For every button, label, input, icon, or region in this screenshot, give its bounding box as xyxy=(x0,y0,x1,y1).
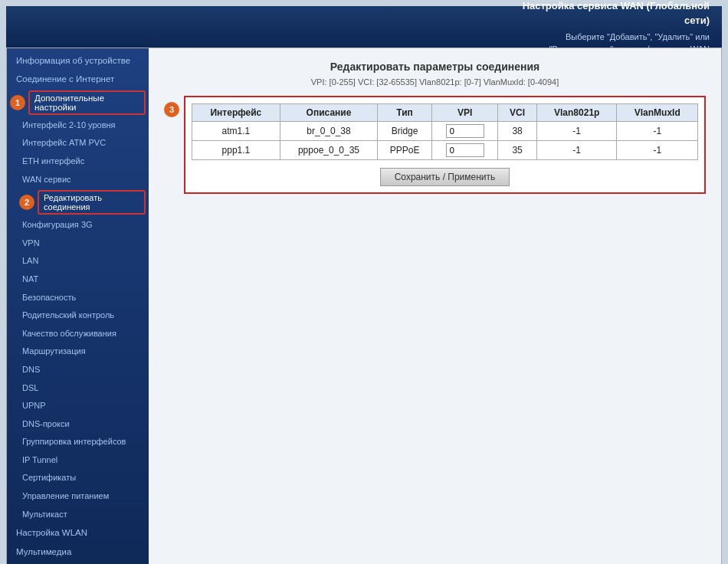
sidebar-item-interface-group[interactable]: Группировка интерфейсов xyxy=(7,433,149,451)
sidebar-item-ip-tunnel[interactable]: IP Tunnel xyxy=(7,451,149,470)
page-subtitle: VPI: [0-255] VCI: [32-65535] Vlan8021p: … xyxy=(164,77,706,87)
col-vlan8021p: Vlan8021p xyxy=(536,104,617,122)
header-title: Настройка сервиса WAN (Глобальной xyxy=(523,0,710,13)
sidebar-item-advanced[interactable]: Дополнительные настройки xyxy=(28,90,146,115)
table-container: Интерфейс Описание Тип VPI VCI Vlan8021p… xyxy=(184,96,706,194)
col-vci: VCI xyxy=(498,104,537,122)
sidebar-item-multimedia[interactable]: Мультимедиа xyxy=(7,543,149,561)
row1-vlanmuxid: -1 xyxy=(617,122,698,141)
sidebar-item-power[interactable]: Управление питанием xyxy=(7,487,149,506)
row1-description: br_0_0_38 xyxy=(280,122,377,141)
sidebar-item-upnp[interactable]: UPNP xyxy=(7,397,149,415)
sidebar-item-parental[interactable]: Родительский контроль xyxy=(7,307,149,325)
col-description: Описание xyxy=(280,104,377,122)
sidebar-item-qos[interactable]: Качество обслуживания xyxy=(7,325,149,343)
sidebar-item-security[interactable]: Безопасность xyxy=(7,289,149,307)
badge-3: 3 xyxy=(164,102,179,117)
sidebar-item-eth[interactable]: ЕТН интерфейс xyxy=(7,152,149,171)
col-vpi: VPI xyxy=(432,104,498,122)
header-bar: Настройка сервиса WAN (Глобальной сети) … xyxy=(6,6,722,48)
sidebar-item-wlan[interactable]: Настройка WLAN xyxy=(7,523,149,542)
sidebar-item-certs[interactable]: Сертификаты xyxy=(7,469,149,487)
sidebar-item-wan-service[interactable]: WAN сервис xyxy=(7,171,149,189)
row1-vpi-input[interactable] xyxy=(446,124,484,138)
sidebar-item-dsl[interactable]: DSL xyxy=(7,379,149,398)
row2-vpi-input[interactable] xyxy=(446,143,484,157)
sidebar-item-diagnostics[interactable]: Диагностика xyxy=(7,561,149,564)
save-button[interactable]: Сохранить / Применить xyxy=(380,168,510,186)
sidebar-item-dns-proxy[interactable]: DNS-прокси xyxy=(7,415,149,434)
row1-interface: atm1.1 xyxy=(192,122,280,141)
header-title2: сети) xyxy=(523,13,710,28)
row2-description: pppoe_0_0_35 xyxy=(280,141,377,160)
sidebar-item-3g[interactable]: Конфигурация 3G xyxy=(7,216,149,234)
sidebar-item-routing[interactable]: Маршрутизация xyxy=(7,343,149,361)
table-row: atm1.1 br_0_0_38 Bridge 38 -1 -1 xyxy=(192,122,698,141)
badge-2: 2 xyxy=(19,195,34,210)
row2-vpi[interactable] xyxy=(432,141,498,160)
row1-vci: 38 xyxy=(498,122,537,141)
sidebar-item-lan[interactable]: LAN xyxy=(7,252,149,271)
row2-type: PPPoE xyxy=(378,141,432,160)
row2-vci: 35 xyxy=(498,141,537,160)
table-row: ppp1.1 pppoe_0_0_35 PPPoE 35 -1 -1 xyxy=(192,141,698,160)
row1-vlan8021p: -1 xyxy=(536,122,617,141)
col-vlanmuxid: VlanMuxId xyxy=(617,104,698,122)
row2-vlan8021p: -1 xyxy=(536,141,617,160)
page-title: Редактировать параметры соединения xyxy=(164,61,706,73)
sidebar: Информация об устройстве Соединение с Ин… xyxy=(7,48,149,564)
row2-interface: ppp1.1 xyxy=(192,141,280,160)
row2-vlanmuxid: -1 xyxy=(617,141,698,160)
row1-vpi[interactable] xyxy=(432,122,498,141)
col-type: Тип xyxy=(378,104,432,122)
sidebar-item-interface-2-10[interactable]: Интерфейс 2-10 уровня xyxy=(7,116,149,135)
badge-1: 1 xyxy=(10,95,25,110)
sidebar-item-device-info[interactable]: Информация об устройстве xyxy=(7,51,149,70)
sidebar-item-atm-pvc[interactable]: Интерфейс ATM PVC xyxy=(7,134,149,152)
connections-table: Интерфейс Описание Тип VPI VCI Vlan8021p… xyxy=(192,103,698,160)
row1-type: Bridge xyxy=(378,122,432,141)
col-interface: Интерфейс xyxy=(192,104,280,122)
content-area: Редактировать параметры соединения VPI: … xyxy=(149,48,721,564)
sidebar-item-vpn[interactable]: VPN xyxy=(7,234,149,253)
sidebar-item-internet[interactable]: Соединение с Интернет xyxy=(7,70,149,88)
sidebar-item-multicast[interactable]: Мультикаст xyxy=(7,506,149,524)
sidebar-item-nat[interactable]: NAT xyxy=(7,271,149,289)
sidebar-item-edit-connections[interactable]: Редактировать соединения xyxy=(38,190,146,215)
sidebar-item-dns[interactable]: DNS xyxy=(7,361,149,379)
save-btn-row: Сохранить / Применить xyxy=(192,168,698,186)
